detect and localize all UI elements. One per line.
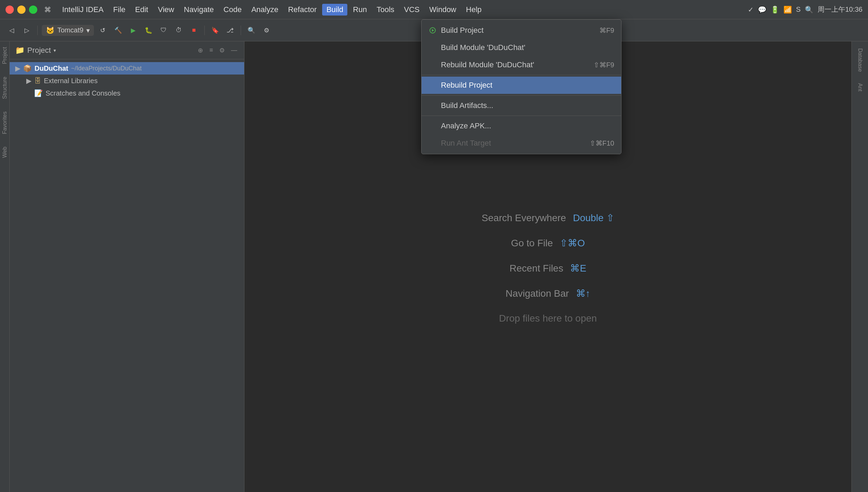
menu-sep-1 (422, 75, 621, 75)
web-strip-label[interactable]: Web (0, 144, 9, 161)
tree-item-libraries[interactable]: ▶ 🗄 External Libraries (10, 75, 244, 87)
menu-help[interactable]: Help (462, 4, 486, 16)
menu-build-project[interactable]: Build Project ⌘F9 (422, 22, 621, 39)
toolbar-sep-2 (204, 26, 205, 35)
structure-strip-label[interactable]: Structure (0, 74, 9, 102)
gear-icon[interactable]: ⚙ (218, 45, 226, 56)
ant-strip-label[interactable]: Ant (856, 79, 865, 96)
panel-title: 📁 Project ▾ (15, 46, 192, 55)
menu-rebuild-project[interactable]: Rebuild Project (422, 77, 621, 94)
folder-icon: 📦 (23, 64, 32, 72)
titlebar-right: ✓ 💬 🔋 📶 S 🔍 周一上午10:36 (748, 5, 862, 14)
menu-run[interactable]: Run (349, 4, 371, 16)
rebuild-module-icon (428, 61, 437, 69)
favorites-strip-label[interactable]: Favorites (0, 109, 9, 137)
menu-navigate[interactable]: Navigate (180, 4, 218, 16)
notification-icon[interactable]: ✓ (748, 6, 754, 14)
libraries-expand-icon: ▶ (26, 77, 31, 85)
wifi-icon[interactable]: 📶 (783, 6, 792, 14)
menu-view[interactable]: View (154, 4, 178, 16)
forward-button[interactable]: ▷ (21, 24, 33, 37)
menu-refactor[interactable]: Refactor (284, 4, 321, 16)
menu-vcs[interactable]: VCS (400, 4, 424, 16)
settings-button[interactable]: ⚙ (260, 24, 273, 37)
scratches-icon: 📝 (34, 89, 43, 97)
analyze-apk-icon (428, 122, 437, 130)
panel-chevron[interactable]: ▾ (54, 48, 56, 53)
build-module-icon (428, 43, 437, 52)
menu-edit[interactable]: Edit (131, 4, 152, 16)
editor-hints: Search Everywhere Double ⇧ Go to File ⇧⌘… (482, 212, 614, 324)
toolbar-sep-3 (241, 26, 241, 35)
menu-run-ant: Run Ant Target ⇧⌘F10 (422, 135, 621, 152)
tree-item-path: ~/IdeaProjects/DuDuChat (71, 65, 142, 72)
menu-build[interactable]: Build (322, 4, 347, 16)
apple-icon: ⌘ (44, 6, 51, 14)
search-icon[interactable]: 🔍 (805, 6, 813, 14)
hide-icon[interactable]: — (230, 45, 239, 56)
menu-analyze[interactable]: Analyze (247, 4, 282, 16)
maximize-button[interactable] (29, 6, 37, 14)
run-ant-shortcut: ⇧⌘F10 (590, 139, 614, 147)
stop-button[interactable]: ■ (188, 24, 200, 37)
hint-goto-file: Go to File ⇧⌘O (511, 237, 585, 249)
build-button[interactable]: 🔨 (112, 24, 124, 37)
run-button[interactable]: ▶ (127, 24, 139, 37)
titlebar: ⌘ IntelliJ IDEA File Edit View Navigate … (0, 0, 868, 19)
project-panel: 📁 Project ▾ ⊕ ≡ ⚙ — ▶ 📦 DuDuChat ~/IdeaP… (10, 41, 244, 492)
user-icon[interactable]: S (796, 6, 801, 13)
run-config-selector[interactable]: 🐱 Tomcat9 ▾ (42, 25, 94, 36)
rebuild-project-label: Rebuild Project (441, 81, 610, 90)
wechat-icon[interactable]: 💬 (758, 6, 766, 14)
menu-window[interactable]: Window (425, 4, 460, 16)
menu-tools[interactable]: Tools (373, 4, 398, 16)
search-everywhere-button[interactable]: 🔍 (245, 24, 258, 37)
libraries-icon: 🗄 (34, 77, 41, 85)
back-button[interactable]: ◁ (6, 24, 18, 37)
bookmark-button[interactable]: 🔖 (209, 24, 221, 37)
time-display: 周一上午10:36 (818, 5, 862, 14)
locate-icon[interactable]: ⊕ (196, 45, 204, 56)
hint-shortcut-recent: ⌘E (570, 263, 586, 274)
minimize-button[interactable] (17, 6, 26, 14)
database-strip-label[interactable]: Database (856, 44, 865, 76)
tree-item-project[interactable]: ▶ 📦 DuDuChat ~/IdeaProjects/DuDuChat (10, 62, 244, 75)
refresh-button[interactable]: ↺ (97, 24, 109, 37)
collapse-icon[interactable]: ≡ (208, 45, 214, 56)
hint-label-nav: Navigation Bar (505, 288, 569, 299)
panel-title-label: Project (27, 46, 51, 55)
menu-code[interactable]: Code (219, 4, 246, 16)
menu-build-module[interactable]: Build Module 'DuDuChat' (422, 39, 621, 56)
menu-rebuild-module[interactable]: Rebuild Module 'DuDuChat' ⇧⌘F9 (422, 56, 621, 73)
hint-search-everywhere: Search Everywhere Double ⇧ (482, 212, 614, 224)
build-module-label: Build Module 'DuDuChat' (441, 43, 610, 52)
profiler-button[interactable]: ⏱ (173, 24, 185, 37)
build-artifacts-label: Build Artifacts... (441, 101, 610, 110)
menu-sep-3 (422, 116, 621, 116)
build-artifacts-icon (428, 101, 437, 110)
debug-button[interactable]: 🐛 (142, 24, 155, 37)
tree-item-label: DuDuChat (35, 65, 68, 72)
menu-build-artifacts[interactable]: Build Artifacts... (422, 97, 621, 114)
build-project-label: Build Project (441, 26, 595, 35)
panel-header: 📁 Project ▾ ⊕ ≡ ⚙ — (10, 41, 244, 59)
menu-file[interactable]: File (109, 4, 129, 16)
tree-item-scratches[interactable]: ▶ 📝 Scratches and Consoles (10, 87, 244, 99)
battery-icon[interactable]: 🔋 (771, 6, 779, 14)
rebuild-module-shortcut: ⇧⌘F9 (594, 61, 614, 69)
left-strip: Project Structure Favorites Web (0, 41, 10, 492)
coverage-button[interactable]: 🛡 (157, 24, 170, 37)
tomcat-icon: 🐱 (46, 26, 55, 35)
close-button[interactable] (6, 6, 14, 14)
project-strip-label[interactable]: Project (0, 44, 9, 67)
right-strip: Database Ant (851, 41, 868, 492)
libraries-label: External Libraries (44, 77, 98, 85)
menu-analyze-apk[interactable]: Analyze APK... (422, 117, 621, 135)
svg-marker-1 (432, 29, 434, 32)
rebuild-module-label: Rebuild Module 'DuDuChat' (441, 60, 589, 69)
hint-label-search: Search Everywhere (482, 213, 566, 224)
run-ant-label: Run Ant Target (441, 139, 586, 148)
panel-tools: ⊕ ≡ ⚙ — (196, 45, 239, 56)
menu-intellij[interactable]: IntelliJ IDEA (58, 4, 108, 16)
git-button[interactable]: ⎇ (224, 24, 237, 37)
